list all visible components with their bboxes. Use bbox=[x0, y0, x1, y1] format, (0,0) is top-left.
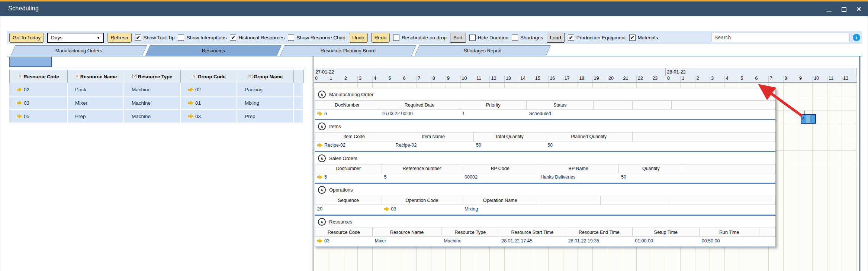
tooltip-section-operations: ∧OperationsSequenceOperation CodeOperati… bbox=[315, 184, 775, 216]
table-cell: 02 bbox=[181, 83, 237, 97]
data-cell: Mixer bbox=[373, 238, 442, 244]
filter-icon[interactable] bbox=[75, 74, 79, 79]
tab-resources[interactable]: Resources bbox=[145, 45, 282, 56]
column-header-empty bbox=[633, 132, 775, 141]
section-header: ∧Resources bbox=[315, 216, 775, 226]
tooltip-section-resources: ∧ResourcesResource CodeResource NameReso… bbox=[315, 216, 775, 246]
filter-icon[interactable] bbox=[248, 74, 253, 79]
undo-button[interactable]: Undo bbox=[349, 33, 367, 43]
filter-icon[interactable] bbox=[132, 74, 137, 79]
reschedule-on-drop-checkbox[interactable]: Reschedule on drop bbox=[393, 35, 447, 41]
link-arrow-head bbox=[190, 114, 193, 118]
data-cell: Recipe-02 bbox=[393, 143, 474, 148]
link-arrow-icon[interactable] bbox=[17, 114, 22, 118]
link-arrow-icon[interactable] bbox=[188, 87, 193, 92]
tab-resource-planning-board[interactable]: Resource Planning Board bbox=[280, 45, 416, 56]
cell-value: Mixing bbox=[464, 206, 478, 212]
cell-value: 1 bbox=[462, 111, 465, 116]
sort-button[interactable]: Sort bbox=[450, 33, 466, 43]
link-arrow-icon[interactable] bbox=[17, 101, 22, 105]
section-data-row[interactable]: Recipe-02Recipe-025050 bbox=[315, 141, 775, 149]
show-interuptions-checkbox[interactable]: Show Interuptions bbox=[178, 35, 226, 41]
gantt-task-block[interactable]: 6 bbox=[801, 114, 816, 124]
search-input[interactable] bbox=[711, 33, 849, 42]
column-header-resource-code: Resource Code bbox=[9, 70, 68, 83]
link-arrow-icon[interactable] bbox=[317, 111, 322, 116]
shortages-checkbox[interactable]: Shortages bbox=[512, 35, 543, 41]
column-header-priority: Priority bbox=[460, 100, 527, 110]
historical-resources-checkbox[interactable]: ✔Historical Resources bbox=[230, 35, 284, 41]
section-title: Items bbox=[329, 124, 341, 129]
gantt-hour-label: 10 bbox=[461, 76, 475, 82]
table-cell bbox=[294, 110, 304, 123]
collapse-section-button[interactable]: ∧ bbox=[318, 218, 326, 226]
filter-icon[interactable] bbox=[192, 74, 196, 79]
materials-checkbox[interactable]: ✔Materials bbox=[629, 35, 658, 41]
cell-value: 03 bbox=[324, 238, 329, 244]
collapse-section-button[interactable]: ∧ bbox=[318, 186, 326, 194]
show-resource-chart-checkbox-label: Show Resource Chart bbox=[296, 35, 345, 40]
column-header-sequence: Sequence bbox=[315, 196, 382, 205]
link-arrow-icon[interactable] bbox=[188, 101, 193, 105]
link-arrow-head bbox=[19, 101, 22, 105]
panel-right-border bbox=[859, 56, 861, 271]
column-header-empty bbox=[594, 100, 633, 110]
tab-manufacturing-orders[interactable]: Manufacturing Orders bbox=[11, 45, 147, 56]
production-equipment-checkbox[interactable]: ✔Production Equipment bbox=[568, 35, 626, 41]
content-frame: Go To TodayDays▼Refresh✔Show Tool TipSho… bbox=[0, 16, 868, 271]
section-data-row[interactable]: 03MixerMachine28.01.22 17:4528.01.22 19:… bbox=[315, 237, 775, 245]
interval-select[interactable]: Days▼ bbox=[47, 33, 104, 43]
table-cell: Mixing bbox=[237, 97, 294, 110]
gantt-grid-column bbox=[842, 84, 856, 271]
table-row[interactable]: 02PackMachine02Packing bbox=[9, 83, 304, 97]
collapse-section-button[interactable]: ∧ bbox=[318, 154, 326, 162]
close-icon[interactable]: ✕ bbox=[856, 6, 861, 12]
link-arrow-icon[interactable] bbox=[384, 207, 389, 211]
section-title: Operations bbox=[329, 187, 353, 193]
column-header-resource-code: Resource Code bbox=[315, 228, 373, 237]
gantt-hour-label: 2 bbox=[695, 76, 710, 82]
collapse-section-button[interactable]: ∧ bbox=[318, 91, 326, 98]
gantt-hour-label: 0 bbox=[314, 76, 328, 82]
titlebar: Scheduling ✕ bbox=[0, 1, 868, 16]
gantt-task-label: 6 bbox=[802, 117, 804, 121]
cell-value: Pack bbox=[75, 87, 86, 92]
table-row[interactable]: 03MixerMachine01Mixing bbox=[9, 97, 304, 110]
link-arrow-head bbox=[19, 87, 22, 92]
section-data-row[interactable]: 2003Mixing bbox=[315, 205, 775, 213]
column-header-operation-code: Operation Code bbox=[382, 196, 463, 205]
chevron-down-icon: ▼ bbox=[96, 36, 100, 40]
load-button[interactable]: Load bbox=[547, 33, 565, 43]
collapse-section-button[interactable]: ∧ bbox=[318, 123, 326, 130]
resource-table: Resource CodeResource NameResource TypeG… bbox=[9, 70, 304, 123]
filter-icon[interactable] bbox=[18, 74, 22, 79]
go-to-today-button[interactable]: Go To Today bbox=[9, 33, 44, 43]
refresh-button[interactable]: Refresh bbox=[107, 33, 131, 43]
section-data-row[interactable]: 5500002Hanks Deliveries50 bbox=[315, 173, 775, 181]
redo-button[interactable]: Redo bbox=[371, 33, 390, 43]
gantt-hour-label: 10 bbox=[813, 76, 827, 82]
show-tool-tip-checkbox[interactable]: ✔Show Tool Tip bbox=[135, 35, 175, 41]
link-arrow-icon[interactable] bbox=[317, 239, 322, 243]
show-resource-chart-checkbox[interactable]: Show Resource Chart bbox=[288, 35, 345, 41]
column-header-label: Resource Type bbox=[138, 74, 172, 79]
info-icon[interactable]: i bbox=[853, 34, 860, 41]
data-cell: 16.03.22 00:00 bbox=[379, 111, 460, 116]
link-arrow-icon[interactable] bbox=[317, 175, 322, 179]
gantt-hour-label: 22 bbox=[637, 76, 651, 82]
hide-duration-checkbox[interactable]: Hide Duration bbox=[469, 35, 509, 41]
link-arrow-head bbox=[19, 114, 22, 118]
gantt-hour-label: 9 bbox=[446, 76, 460, 82]
link-arrow-icon[interactable] bbox=[17, 87, 22, 92]
section-data-row[interactable]: 616.03.22 00:001Scheduled bbox=[315, 110, 775, 117]
maximize-icon[interactable] bbox=[842, 7, 846, 12]
link-arrow-icon[interactable] bbox=[317, 143, 322, 147]
link-arrow-icon[interactable] bbox=[188, 114, 193, 118]
tab-shortages-report[interactable]: Shortages Report bbox=[415, 45, 551, 56]
table-row[interactable]: 05PrepMachine03Prep bbox=[9, 110, 304, 123]
data-cell: 28.01.22 19:35 bbox=[566, 238, 633, 244]
table-cell bbox=[294, 97, 304, 110]
minimize-icon[interactable] bbox=[826, 11, 832, 12]
production-equipment-checkbox-label: Production Equipment bbox=[576, 35, 626, 40]
section-column-headers: SequenceOperation CodeOperation Name bbox=[315, 196, 775, 205]
